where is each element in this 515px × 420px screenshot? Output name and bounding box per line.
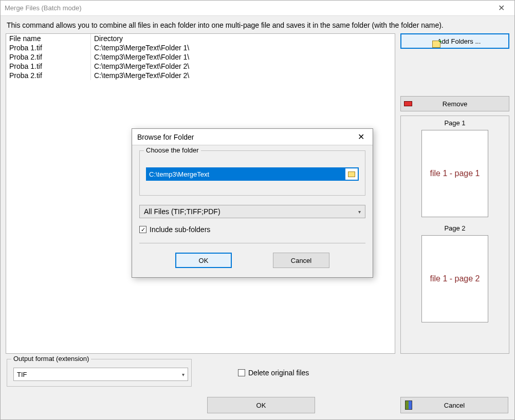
checkbox-icon: ✓ xyxy=(139,226,146,233)
ok-label: OK xyxy=(256,402,266,409)
cell-filename: Proba 2.tif xyxy=(6,71,91,80)
bottom-area: Output format (extension) TIF ▾ Delete o… xyxy=(1,354,514,419)
close-icon[interactable]: ✕ xyxy=(492,3,510,13)
page-thumb[interactable]: Page 2 file 1 - page 2 xyxy=(403,224,507,322)
cell-directory: C:\temp3\MergeText\Folder 2\ xyxy=(91,71,395,80)
page-content: file 1 - page 2 xyxy=(430,274,480,283)
delete-original-checkbox[interactable]: Delete original files xyxy=(238,369,309,377)
remove-label: Remove xyxy=(443,100,467,108)
table-header: File name Directory xyxy=(6,34,395,43)
folder-path-input[interactable] xyxy=(147,168,345,180)
exit-door-icon xyxy=(405,400,412,410)
dialog-cancel-label: Cancel xyxy=(291,257,311,264)
output-legend: Output format (extension) xyxy=(11,355,91,362)
include-subfolders-checkbox[interactable]: ✓ Include sub-folders xyxy=(139,225,365,243)
file-filter-value: All Files (TIF;TIFF;PDF) xyxy=(144,207,220,216)
page-label: Page 2 xyxy=(403,224,507,232)
cell-filename: Proba 2.tif xyxy=(6,52,91,62)
close-icon[interactable]: ✕ xyxy=(355,132,367,142)
checkbox-icon xyxy=(238,369,245,376)
cell-directory: C:\temp3\MergeText\Folder 1\ xyxy=(91,52,395,62)
page-label: Page 1 xyxy=(403,119,507,127)
folder-icon xyxy=(348,171,355,177)
col-filename-header[interactable]: File name xyxy=(6,34,91,43)
remove-icon xyxy=(404,101,412,106)
page-content: file 1 - page 1 xyxy=(430,169,480,178)
choose-folder-group: Choose the folder xyxy=(139,150,365,196)
folder-path-row xyxy=(146,167,359,181)
delete-original-label: Delete original files xyxy=(248,369,309,377)
include-subfolders-label: Include sub-folders xyxy=(150,225,210,234)
dialog-cancel-button[interactable]: Cancel xyxy=(273,253,329,268)
page-image: file 1 - page 2 xyxy=(421,235,488,322)
dialog-ok-label: OK xyxy=(199,257,209,264)
window-title: Merge Files (Batch mode) xyxy=(5,4,82,12)
chevron-down-icon: ▾ xyxy=(358,209,361,215)
table-row[interactable]: Proba 2.tif C:\temp3\MergeText\Folder 1\ xyxy=(6,52,395,62)
add-folders-label: Add Folders ... xyxy=(437,37,481,45)
dialog-titlebar: Browse for Folder ✕ xyxy=(132,129,373,145)
cell-directory: C:\temp3\MergeText\Folder 2\ xyxy=(91,62,395,71)
table-row[interactable]: Proba 1.tif C:\temp3\MergeText\Folder 2\ xyxy=(6,62,395,71)
cell-filename: Proba 1.tif xyxy=(6,62,91,71)
page-thumb[interactable]: Page 1 file 1 - page 1 xyxy=(403,119,507,217)
dialog-title: Browse for Folder xyxy=(137,133,194,141)
choose-folder-legend: Choose the folder xyxy=(144,146,201,154)
browse-folder-button[interactable] xyxy=(345,168,358,180)
cell-directory: C:\temp3\MergeText\Folder 1\ xyxy=(91,43,395,52)
bottom-buttons: OK Cancel xyxy=(7,397,508,413)
remove-button[interactable]: Remove xyxy=(400,96,509,111)
ok-button[interactable]: OK xyxy=(207,397,315,413)
folder-plus-icon xyxy=(432,41,440,48)
file-filter-select[interactable]: All Files (TIF;TIFF;PDF) ▾ xyxy=(139,205,365,218)
table-row[interactable]: Proba 2.tif C:\temp3\MergeText\Folder 2\ xyxy=(6,71,395,80)
right-column: Add Folders ... Remove Page 1 file 1 - p… xyxy=(400,33,509,354)
instructions-text: This command allows you to combine all f… xyxy=(1,16,514,33)
cancel-button[interactable]: Cancel xyxy=(400,397,508,413)
titlebar: Merge Files (Batch mode) ✕ xyxy=(1,1,514,16)
col-directory-header[interactable]: Directory xyxy=(91,34,395,43)
chevron-down-icon: ▾ xyxy=(182,372,185,377)
preview-panel[interactable]: Page 1 file 1 - page 1 Page 2 file 1 - p… xyxy=(400,116,509,354)
output-format-select[interactable]: TIF ▾ xyxy=(13,368,188,381)
page-image: file 1 - page 1 xyxy=(421,130,488,217)
output-format-group: Output format (extension) TIF ▾ xyxy=(7,359,192,387)
browse-folder-dialog: Browse for Folder ✕ Choose the folder Al… xyxy=(132,128,373,278)
output-format-value: TIF xyxy=(17,371,27,378)
dialog-buttons: OK Cancel xyxy=(139,253,365,272)
cell-filename: Proba 1.tif xyxy=(6,43,91,52)
table-row[interactable]: Proba 1.tif C:\temp3\MergeText\Folder 1\ xyxy=(6,43,395,52)
dialog-ok-button[interactable]: OK xyxy=(175,253,232,268)
cancel-label: Cancel xyxy=(444,402,465,409)
dialog-body: Choose the folder All Files (TIF;TIFF;PD… xyxy=(132,145,373,277)
add-folders-button[interactable]: Add Folders ... xyxy=(400,33,509,49)
